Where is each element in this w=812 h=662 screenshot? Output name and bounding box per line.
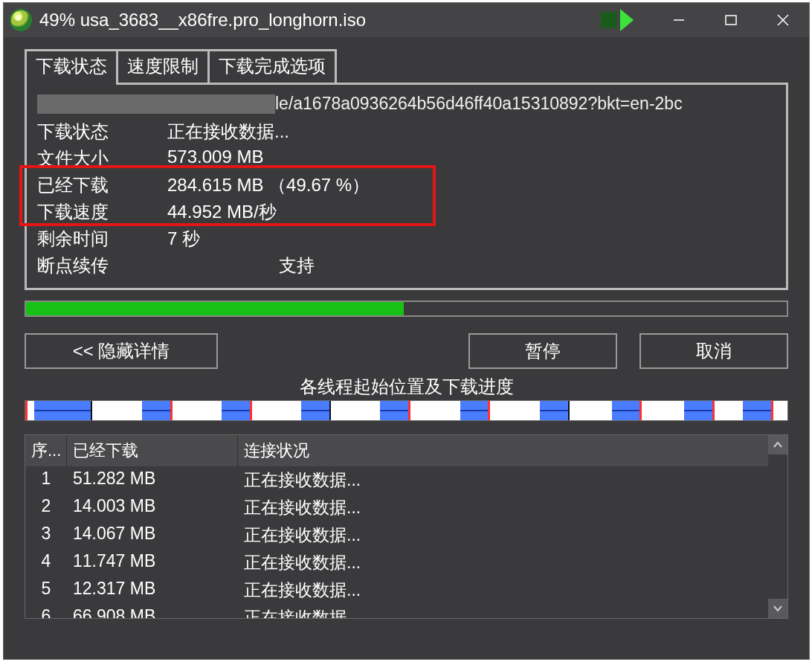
- value-filesize: 573.009 MB: [167, 147, 776, 170]
- scrollbar[interactable]: [768, 435, 787, 618]
- cell-index: 2: [25, 494, 67, 521]
- cancel-button[interactable]: 取消: [639, 333, 788, 369]
- thread-progress-bar: [25, 400, 788, 421]
- cell-status: 正在接收数据...: [238, 604, 768, 618]
- app-icon: [10, 9, 32, 31]
- cell-downloaded: 66.908 MB: [67, 604, 238, 618]
- label-resume: 断点续传: [37, 254, 167, 277]
- download-dialog: 49% usa_3683__x86fre.pro_longhorn.iso 下载…: [3, 2, 810, 660]
- pause-button[interactable]: 暂停: [468, 333, 617, 369]
- cell-status: 正在接收数据...: [238, 466, 768, 494]
- table-row[interactable]: 151.282 MB正在接收数据...: [25, 466, 768, 494]
- value-remaining: 7 秒: [167, 227, 776, 251]
- label-speed: 下载速度: [37, 200, 167, 224]
- value-resume: 支持: [167, 254, 776, 277]
- url-row: le/a1678a0936264b56d46ff40a15310892?bkt=…: [37, 94, 776, 114]
- arrow-icon: [601, 12, 631, 28]
- value-downloaded: 284.615 MB （49.67 %）: [167, 173, 776, 197]
- tab-download-status[interactable]: 下载状态: [25, 49, 118, 85]
- col-status[interactable]: 连接状况: [238, 435, 768, 466]
- progress-bar: [25, 301, 788, 317]
- maximize-button[interactable]: [705, 3, 757, 37]
- cell-index: 4: [25, 549, 67, 576]
- cell-downloaded: 12.317 MB: [67, 576, 238, 604]
- tab-complete-options[interactable]: 下载完成选项: [207, 49, 337, 85]
- label-remaining: 剩余时间: [37, 227, 167, 251]
- cell-index: 3: [25, 521, 67, 549]
- cell-index: 6: [25, 604, 67, 618]
- svg-rect-1: [726, 16, 736, 25]
- titlebar[interactable]: 49% usa_3683__x86fre.pro_longhorn.iso: [4, 3, 809, 37]
- value-status: 正在接收数据...: [167, 120, 776, 144]
- scroll-down-icon[interactable]: [768, 599, 787, 618]
- close-button[interactable]: [757, 3, 809, 37]
- hide-details-button[interactable]: << 隐藏详情: [25, 333, 218, 369]
- cell-downloaded: 11.747 MB: [67, 549, 238, 576]
- cell-status: 正在接收数据...: [238, 549, 768, 576]
- table-row[interactable]: 214.003 MB正在接收数据...: [25, 494, 768, 521]
- scroll-up-icon[interactable]: [768, 435, 787, 454]
- progress-fill: [26, 302, 404, 315]
- cell-index: 5: [25, 576, 67, 604]
- cell-status: 正在接收数据...: [238, 576, 768, 604]
- cell-status: 正在接收数据...: [238, 494, 768, 521]
- table-row[interactable]: 411.747 MB正在接收数据...: [25, 549, 768, 576]
- thread-table: 序... 已经下载 连接状况 151.282 MB正在接收数据...214.00…: [25, 434, 788, 619]
- thread-table-header: 序... 已经下载 连接状况: [25, 435, 768, 466]
- window-title: 49% usa_3683__x86fre.pro_longhorn.iso: [39, 10, 601, 30]
- status-panel: le/a1678a0936264b56d46ff40a15310892?bkt=…: [25, 83, 788, 290]
- table-row[interactable]: 314.067 MB正在接收数据...: [25, 521, 768, 549]
- cell-downloaded: 14.067 MB: [67, 521, 238, 549]
- col-index[interactable]: 序...: [25, 435, 67, 466]
- label-filesize: 文件大小: [37, 147, 167, 170]
- tab-bar: 下载状态 速度限制 下载完成选项: [25, 49, 788, 85]
- tab-speed-limit[interactable]: 速度限制: [116, 49, 210, 85]
- minimize-button[interactable]: [653, 3, 705, 37]
- table-row[interactable]: 512.317 MB正在接收数据...: [25, 576, 768, 604]
- cell-downloaded: 14.003 MB: [67, 494, 238, 521]
- cell-status: 正在接收数据...: [238, 521, 768, 549]
- label-downloaded: 已经下载: [37, 173, 167, 197]
- table-row[interactable]: 666.908 MB正在接收数据...: [25, 604, 768, 618]
- col-downloaded[interactable]: 已经下载: [67, 435, 238, 466]
- scroll-track[interactable]: [768, 454, 787, 599]
- threads-title: 各线程起始位置及下载进度: [25, 375, 788, 399]
- url-hidden-part: [37, 94, 275, 114]
- cell-index: 1: [25, 466, 67, 494]
- label-status: 下载状态: [37, 120, 167, 144]
- cell-downloaded: 51.282 MB: [67, 466, 238, 494]
- url-visible-part: le/a1678a0936264b56d46ff40a15310892?bkt=…: [275, 94, 683, 114]
- value-speed: 44.952 MB/秒: [167, 200, 776, 224]
